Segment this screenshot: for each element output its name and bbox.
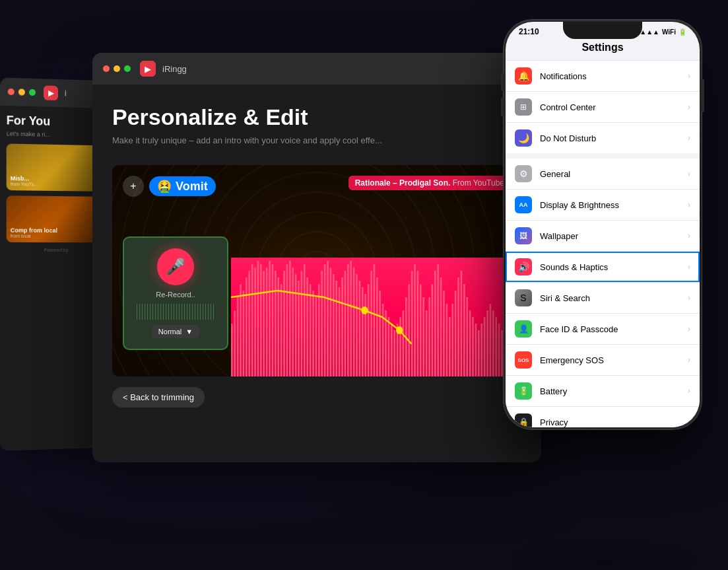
siri-label: Siri & Search (540, 293, 688, 303)
svg-rect-91 (492, 310, 494, 376)
power-button[interactable] (702, 79, 704, 112)
main-window-titlebar: ▶ iRingg (92, 53, 541, 85)
close-icon[interactable] (8, 89, 15, 95)
svg-rect-36 (333, 274, 335, 376)
settings-row-privacy[interactable]: 🔒 Privacy › (506, 407, 700, 427)
record-button[interactable]: 🎤 (157, 248, 194, 285)
volume-up-button[interactable] (501, 73, 504, 91)
svg-rect-19 (283, 271, 285, 376)
back-to-trimming-button[interactable]: < Back to trimming (112, 387, 205, 408)
waveform-small (136, 304, 215, 320)
phone-shadow (510, 548, 695, 570)
dropdown-arrow-icon: ▼ (185, 328, 193, 336)
status-icons: ▲▲▲ WiFi 🔋 (640, 28, 686, 36)
song-card-1[interactable]: Misb... from YouTu... (7, 144, 105, 192)
settings-row-siri[interactable]: S Siri & Search › (506, 283, 700, 314)
settings-row-wallpaper[interactable]: 🖼 Wallpaper › (506, 221, 700, 252)
emergency-label: Emergency SOS (540, 355, 688, 365)
svg-rect-57 (393, 330, 395, 376)
svg-rect-56 (391, 324, 393, 376)
settings-row-sounds[interactable]: 🔊 Sounds & Haptics › (506, 252, 700, 283)
record-label: Re-Record.. (156, 291, 195, 299)
svg-rect-53 (382, 304, 384, 376)
display-icon: AA (515, 196, 532, 213)
svg-rect-1 (231, 324, 233, 376)
emergency-chevron-icon: › (688, 355, 690, 365)
general-label: General (540, 169, 688, 179)
svg-rect-89 (486, 310, 488, 376)
main-app-icon: ▶ (140, 61, 156, 77)
minimize-icon[interactable] (18, 89, 25, 95)
minimize-button[interactable] (114, 65, 120, 72)
svg-rect-85 (475, 324, 477, 376)
phone-screen: 21:10 ▲▲▲ WiFi 🔋 Settings 🔔 Notification… (506, 22, 700, 427)
svg-rect-60 (403, 310, 405, 376)
personalize-title: Personalize & Edit (112, 104, 521, 130)
song-card-2[interactable]: Comp from local from local (7, 196, 105, 242)
svg-rect-64 (414, 264, 416, 376)
privacy-label: Privacy (540, 417, 688, 427)
svg-rect-16 (275, 271, 277, 376)
for-you-subtitle: Let's make a ri... (7, 130, 105, 139)
svg-rect-48 (368, 284, 370, 376)
volume-down-button[interactable] (501, 98, 504, 116)
settings-row-notifications[interactable]: 🔔 Notifications › (506, 61, 700, 92)
svg-rect-52 (379, 291, 381, 376)
svg-rect-22 (292, 267, 294, 376)
maximize-icon[interactable] (29, 89, 36, 96)
waveform-main (231, 258, 521, 376)
settings-row-display[interactable]: AA Display & Brightness › (506, 190, 700, 221)
svg-rect-79 (457, 277, 459, 376)
svg-rect-27 (306, 277, 308, 376)
close-button[interactable] (103, 65, 110, 72)
main-content: Personalize & Edit Make it truly unique … (92, 85, 541, 421)
siri-icon: S (515, 289, 532, 306)
svg-rect-62 (408, 284, 410, 376)
privacy-chevron-icon: › (688, 417, 690, 427)
svg-rect-70 (432, 284, 434, 376)
svg-rect-2 (234, 310, 236, 376)
wallpaper-chevron-icon: › (688, 231, 690, 240)
svg-rect-6 (246, 277, 248, 376)
song-info-title: Rationale – Prodigal Son. (355, 178, 451, 188)
add-sticker-button[interactable]: + (123, 176, 144, 197)
svg-rect-68 (426, 310, 428, 376)
waveform-svg (231, 258, 521, 376)
svg-rect-12 (263, 271, 265, 376)
settings-row-emergency[interactable]: SOS Emergency SOS › (506, 345, 700, 376)
siri-chevron-icon: › (688, 293, 690, 303)
record-box: 🎤 Re-Record.. Normal ▼ (123, 236, 228, 350)
svg-rect-18 (281, 284, 282, 376)
svg-rect-32 (321, 271, 323, 376)
settings-group-1: 🔔 Notifications › ⊞ Control Center › 🌙 D… (506, 61, 700, 153)
group-spacer-1 (506, 153, 700, 159)
signal-icon: ▲▲▲ (640, 28, 659, 36)
svg-rect-42 (350, 261, 352, 376)
for-you-title: For You (7, 114, 105, 130)
song-info-bar: Rationale – Prodigal Son. From YouTube (348, 176, 511, 190)
settings-row-control-center[interactable]: ⊞ Control Center › (506, 92, 700, 123)
emoji-tag[interactable]: 🤮 Vomit (149, 176, 216, 196)
svg-rect-17 (277, 277, 279, 376)
svg-rect-15 (272, 264, 274, 376)
svg-rect-90 (490, 304, 492, 376)
sounds-icon: 🔊 (515, 258, 532, 275)
wallpaper-icon: 🖼 (515, 227, 532, 244)
do-not-disturb-icon: 🌙 (515, 129, 532, 147)
svg-rect-3 (237, 297, 239, 376)
normal-dropdown[interactable]: Normal ▼ (152, 325, 199, 338)
battery-icon: 🔋 (678, 28, 686, 36)
svg-rect-9 (254, 267, 256, 376)
settings-group-2: ⚙ General › AA Display & Brightness › 🖼 … (506, 159, 700, 427)
svg-rect-44 (356, 274, 358, 376)
maximize-button[interactable] (124, 65, 131, 72)
svg-rect-37 (335, 281, 337, 376)
settings-row-do-not-disturb[interactable]: 🌙 Do Not Disturb › (506, 123, 700, 153)
song-title-1: Misb... (11, 175, 38, 182)
svg-rect-11 (260, 264, 262, 376)
settings-row-general[interactable]: ⚙ General › (506, 159, 700, 190)
settings-row-faceid[interactable]: 👤 Face ID & Passcode › (506, 314, 700, 345)
svg-rect-82 (466, 297, 468, 376)
settings-row-battery[interactable]: 🔋 Battery › (506, 376, 700, 407)
powered-by: Powered by (7, 248, 105, 252)
